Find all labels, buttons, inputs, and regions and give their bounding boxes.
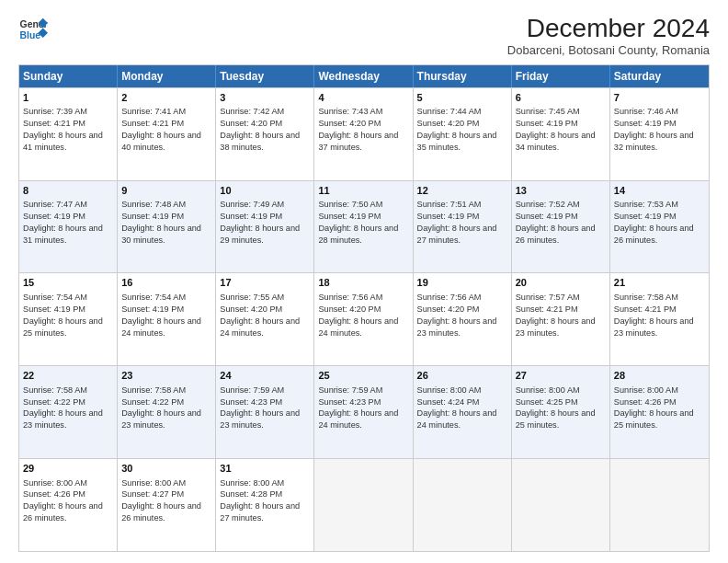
daylight-text: Daylight: 8 hours and 23 minutes. [23, 408, 103, 430]
daylight-text: Daylight: 8 hours and 24 minutes. [220, 316, 300, 338]
day-header-tuesday: Tuesday [216, 65, 314, 87]
sunset-text: Sunset: 4:21 PM [614, 304, 677, 314]
day-number: 17 [220, 276, 310, 290]
sunset-text: Sunset: 4:20 PM [318, 304, 381, 314]
subtitle: Dobarceni, Botosani County, Romania [507, 43, 710, 57]
day-cell-6: 6Sunrise: 7:45 AMSunset: 4:19 PMDaylight… [512, 88, 610, 180]
daylight-text: Daylight: 8 hours and 38 minutes. [220, 131, 300, 152]
daylight-text: Daylight: 8 hours and 34 minutes. [516, 131, 596, 152]
sunset-text: Sunset: 4:25 PM [516, 397, 578, 407]
day-header-monday: Monday [118, 65, 216, 87]
sunrise-text: Sunrise: 7:58 AM [614, 293, 678, 302]
sunset-text: Sunset: 4:19 PM [121, 212, 184, 221]
sunrise-text: Sunrise: 8:00 AM [121, 478, 186, 488]
day-number: 31 [220, 462, 310, 476]
sunrise-text: Sunrise: 7:59 AM [318, 385, 382, 395]
day-number: 29 [23, 462, 113, 476]
day-number: 18 [318, 276, 408, 290]
sunset-text: Sunset: 4:20 PM [220, 119, 282, 128]
sunset-text: Sunset: 4:21 PM [516, 304, 578, 314]
sunrise-text: Sunrise: 8:00 AM [220, 478, 284, 488]
daylight-text: Daylight: 8 hours and 29 minutes. [220, 224, 300, 245]
day-header-friday: Friday [512, 65, 610, 87]
day-cell-3: 3Sunrise: 7:42 AMSunset: 4:20 PMDaylight… [216, 88, 314, 180]
sunset-text: Sunset: 4:20 PM [417, 119, 480, 128]
calendar-week-3: 15Sunrise: 7:54 AMSunset: 4:19 PMDayligh… [19, 272, 709, 365]
daylight-text: Daylight: 8 hours and 31 minutes. [23, 224, 103, 245]
day-cell-30: 30Sunrise: 8:00 AMSunset: 4:27 PMDayligh… [118, 459, 216, 551]
daylight-text: Daylight: 8 hours and 23 minutes. [417, 316, 497, 338]
sunset-text: Sunset: 4:21 PM [121, 119, 184, 128]
sunrise-text: Sunrise: 8:00 AM [516, 385, 580, 395]
calendar-week-4: 22Sunrise: 7:58 AMSunset: 4:22 PMDayligh… [19, 365, 709, 458]
day-number: 27 [516, 369, 606, 383]
day-cell-20: 20Sunrise: 7:57 AMSunset: 4:21 PMDayligh… [512, 273, 610, 365]
day-number: 16 [121, 276, 211, 290]
day-cell-22: 22Sunrise: 7:58 AMSunset: 4:22 PMDayligh… [19, 366, 118, 458]
sunset-text: Sunset: 4:20 PM [318, 119, 381, 128]
day-cell-14: 14Sunrise: 7:53 AMSunset: 4:19 PMDayligh… [610, 181, 709, 273]
day-number: 14 [614, 184, 705, 198]
sunset-text: Sunset: 4:27 PM [121, 489, 184, 499]
sunrise-text: Sunrise: 7:43 AM [318, 107, 382, 116]
sunset-text: Sunset: 4:19 PM [23, 212, 85, 221]
daylight-text: Daylight: 8 hours and 35 minutes. [417, 131, 497, 152]
sunrise-text: Sunrise: 7:41 AM [121, 107, 186, 116]
daylight-text: Daylight: 8 hours and 40 minutes. [121, 131, 201, 152]
day-number: 19 [417, 276, 507, 290]
sunset-text: Sunset: 4:23 PM [220, 397, 282, 407]
sunrise-text: Sunrise: 7:56 AM [318, 293, 382, 302]
day-number: 20 [516, 276, 606, 290]
sunset-text: Sunset: 4:19 PM [121, 304, 184, 314]
calendar-week-5: 29Sunrise: 8:00 AMSunset: 4:26 PMDayligh… [19, 458, 709, 551]
sunrise-text: Sunrise: 7:45 AM [516, 107, 580, 116]
sunset-text: Sunset: 4:19 PM [220, 212, 282, 221]
daylight-text: Daylight: 8 hours and 23 minutes. [121, 408, 201, 430]
sunset-text: Sunset: 4:19 PM [23, 304, 85, 314]
day-number: 30 [121, 462, 211, 476]
day-number: 13 [516, 184, 606, 198]
day-number: 8 [23, 184, 113, 198]
daylight-text: Daylight: 8 hours and 41 minutes. [23, 131, 103, 152]
day-cell-12: 12Sunrise: 7:51 AMSunset: 4:19 PMDayligh… [414, 181, 512, 273]
daylight-text: Daylight: 8 hours and 23 minutes. [614, 316, 694, 338]
sunset-text: Sunset: 4:19 PM [417, 212, 480, 221]
empty-cell [414, 459, 512, 551]
day-number: 23 [121, 369, 211, 383]
sunrise-text: Sunrise: 8:00 AM [614, 385, 678, 395]
daylight-text: Daylight: 8 hours and 24 minutes. [318, 316, 398, 338]
sunset-text: Sunset: 4:23 PM [318, 397, 381, 407]
daylight-text: Daylight: 8 hours and 25 minutes. [614, 408, 694, 430]
day-cell-15: 15Sunrise: 7:54 AMSunset: 4:19 PMDayligh… [19, 273, 118, 365]
sunrise-text: Sunrise: 8:00 AM [23, 478, 87, 488]
daylight-text: Daylight: 8 hours and 26 minutes. [23, 501, 103, 523]
day-number: 3 [220, 91, 310, 105]
daylight-text: Daylight: 8 hours and 23 minutes. [516, 316, 596, 338]
sunset-text: Sunset: 4:22 PM [23, 397, 85, 407]
calendar-week-2: 8Sunrise: 7:47 AMSunset: 4:19 PMDaylight… [19, 180, 709, 273]
sunrise-text: Sunrise: 7:49 AM [220, 200, 284, 209]
sunrise-text: Sunrise: 7:53 AM [614, 200, 678, 209]
daylight-text: Daylight: 8 hours and 27 minutes. [417, 224, 497, 245]
day-number: 10 [220, 184, 310, 198]
title-block: December 2024 Dobarceni, Botosani County… [507, 15, 710, 57]
day-number: 25 [318, 369, 408, 383]
daylight-text: Daylight: 8 hours and 24 minutes. [121, 316, 201, 338]
sunset-text: Sunset: 4:28 PM [220, 489, 282, 499]
day-number: 28 [614, 369, 705, 383]
daylight-text: Daylight: 8 hours and 24 minutes. [318, 408, 398, 430]
logo: General Blue [18, 15, 48, 44]
day-header-thursday: Thursday [414, 65, 512, 87]
day-cell-28: 28Sunrise: 8:00 AMSunset: 4:26 PMDayligh… [610, 366, 709, 458]
day-number: 15 [23, 276, 113, 290]
day-header-wednesday: Wednesday [314, 65, 413, 87]
day-cell-1: 1Sunrise: 7:39 AMSunset: 4:21 PMDaylight… [19, 88, 118, 180]
sunrise-text: Sunrise: 7:50 AM [318, 200, 382, 209]
day-number: 5 [417, 91, 507, 105]
daylight-text: Daylight: 8 hours and 23 minutes. [220, 408, 300, 430]
sunset-text: Sunset: 4:21 PM [23, 119, 85, 128]
day-number: 26 [417, 369, 507, 383]
sunrise-text: Sunrise: 7:51 AM [417, 200, 482, 209]
sunrise-text: Sunrise: 7:54 AM [121, 293, 186, 302]
sunrise-text: Sunrise: 7:54 AM [23, 293, 87, 302]
